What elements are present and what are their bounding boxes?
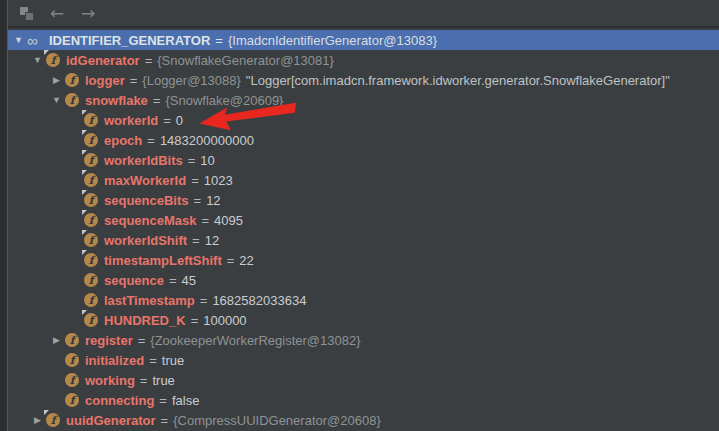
tree-row-sequenceBits[interactable]: fsequenceBits=12	[8, 190, 719, 210]
equals-sign: =	[130, 73, 138, 88]
object-reference-value: {ZookeeperWorkerRegister@13082}	[150, 333, 360, 348]
tree-row-timestampLeftShift[interactable]: ftimestampLeftShift=22	[8, 250, 719, 270]
variable-name: maxWorkerId	[104, 173, 186, 188]
object-reference-value: {SnowflakeGenerator@13081}	[157, 53, 334, 68]
equals-sign: =	[200, 293, 208, 308]
equals-sign: =	[227, 253, 235, 268]
string-value: "Logger[com.imadcn.framework.idworker.ge…	[246, 73, 670, 88]
tree-row-workerIdShift[interactable]: fworkerIdShift=12	[8, 230, 719, 250]
final-field-icon: f	[84, 113, 98, 127]
equals-sign: =	[147, 133, 155, 148]
primitive-value: 1682582033634	[212, 293, 306, 308]
primitive-value: 100000	[203, 313, 246, 328]
tree-row-snowflake[interactable]: ▼fsnowflake={Snowflake@20609}	[8, 90, 719, 110]
back-arrow-icon[interactable]: ←	[47, 3, 67, 23]
object-reference-value: {ImadcnIdentifierGenerator@13083}	[228, 33, 437, 48]
primitive-value: false	[172, 393, 199, 408]
tree-row-sequenceMask[interactable]: fsequenceMask=4095	[8, 210, 719, 230]
primitive-value: true	[162, 353, 184, 368]
primitive-value: 4095	[214, 213, 243, 228]
chevron-expanded-icon[interactable]: ▼	[48, 95, 65, 105]
tree-row-initialized[interactable]: finitialized=true	[8, 350, 719, 370]
equals-sign: =	[194, 193, 202, 208]
variable-name: timestampLeftShift	[104, 253, 222, 268]
chevron-expanded-icon[interactable]: ▼	[29, 55, 46, 65]
field-icon: f	[65, 353, 79, 367]
variable-name: workerIdShift	[104, 233, 187, 248]
final-field-icon: f	[84, 233, 98, 247]
object-reference-value: {CompressUUIDGenerator@20608}	[173, 413, 381, 428]
field-icon: f	[65, 393, 79, 407]
copy-stack-icon[interactable]	[16, 3, 36, 23]
primitive-value: 12	[206, 193, 220, 208]
field-icon: f	[84, 273, 98, 287]
equals-sign: =	[169, 273, 177, 288]
field-icon: f	[84, 293, 98, 307]
field-icon: f	[65, 73, 79, 87]
final-field-icon: f	[84, 313, 98, 327]
equals-sign: =	[215, 33, 223, 48]
equals-sign: =	[159, 393, 167, 408]
tree-row-epoch[interactable]: fepoch=1483200000000	[8, 130, 719, 150]
primitive-value: 12	[205, 233, 219, 248]
equals-sign: =	[192, 233, 200, 248]
equals-sign: =	[149, 353, 157, 368]
tree-row-register[interactable]: ▶fregister={ZookeeperWorkerRegister@1308…	[8, 330, 719, 350]
forward-arrow-icon[interactable]: →	[78, 3, 98, 23]
chevron-collapsed-icon[interactable]: ▶	[48, 335, 65, 345]
variable-name: snowflake	[85, 93, 148, 108]
variable-name: sequenceBits	[104, 193, 189, 208]
variable-name: connecting	[85, 393, 154, 408]
tree-row-idGenerator[interactable]: ▼fidGenerator={SnowflakeGenerator@13081}	[8, 50, 719, 70]
chevron-collapsed-icon[interactable]: ▶	[48, 75, 65, 85]
tree-row-IDENTIFIER_GENERATOR[interactable]: ▼∞IDENTIFIER_GENERATOR={ImadcnIdentifier…	[8, 30, 719, 50]
equals-sign: =	[191, 173, 199, 188]
copy-stack-glyph	[20, 7, 32, 19]
equals-sign: =	[161, 413, 169, 428]
equals-sign: =	[188, 153, 196, 168]
tree-row-connecting[interactable]: fconnecting=false	[8, 390, 719, 410]
equals-sign: =	[145, 53, 153, 68]
tree-row-HUNDRED_K[interactable]: fHUNDRED_K=100000	[8, 310, 719, 330]
chevron-collapsed-icon[interactable]: ▶	[29, 415, 46, 425]
equals-sign: =	[138, 333, 146, 348]
tree-row-logger[interactable]: ▶flogger={Logger@13088}"Logger[com.imadc…	[8, 70, 719, 90]
variable-name: working	[85, 373, 135, 388]
variable-name: sequence	[104, 273, 164, 288]
tree-row-sequence[interactable]: fsequence=45	[8, 270, 719, 290]
final-field-icon: f	[84, 153, 98, 167]
final-field-icon: f	[84, 213, 98, 227]
variable-name: IDENTIFIER_GENERATOR	[49, 33, 210, 48]
final-field-icon: f	[46, 413, 60, 427]
primitive-value: true	[152, 373, 174, 388]
chevron-expanded-icon[interactable]: ▼	[10, 35, 27, 45]
equals-sign: =	[140, 373, 148, 388]
variable-name: sequenceMask	[104, 213, 197, 228]
tree-row-uuidGenerator[interactable]: ▶fuuidGenerator={CompressUUIDGenerator@2…	[8, 410, 719, 430]
variable-name: register	[85, 333, 133, 348]
variable-name: HUNDRED_K	[104, 313, 186, 328]
tree-row-lastTimestamp[interactable]: flastTimestamp=1682582033634	[8, 290, 719, 310]
variable-name: uuidGenerator	[66, 413, 156, 428]
tree-row-workerIdBits[interactable]: fworkerIdBits=10	[8, 150, 719, 170]
debugger-variables-panel: ← → ▼∞IDENTIFIER_GENERATOR={ImadcnIdenti…	[0, 0, 719, 431]
primitive-value: 10	[200, 153, 214, 168]
variable-name: logger	[85, 73, 125, 88]
final-field-icon: f	[84, 133, 98, 147]
object-reference-value: {Logger@13088}	[142, 73, 241, 88]
tree-row-working[interactable]: fworking=true	[8, 370, 719, 390]
final-field-icon: f	[46, 53, 60, 67]
variable-name: workerId	[104, 113, 158, 128]
final-field-icon: f	[84, 173, 98, 187]
left-rail	[0, 0, 8, 431]
watch-infinity-icon: ∞	[27, 33, 47, 48]
variable-name: idGenerator	[66, 53, 140, 68]
primitive-value: 0	[176, 113, 183, 128]
variables-tree: ▼∞IDENTIFIER_GENERATOR={ImadcnIdentifier…	[8, 30, 719, 430]
tree-row-workerId[interactable]: fworkerId=0	[8, 110, 719, 130]
tree-row-maxWorkerId[interactable]: fmaxWorkerId=1023	[8, 170, 719, 190]
equals-sign: =	[191, 313, 199, 328]
equals-sign: =	[202, 213, 210, 228]
debugger-toolbar: ← →	[8, 0, 719, 28]
primitive-value: 22	[239, 253, 253, 268]
